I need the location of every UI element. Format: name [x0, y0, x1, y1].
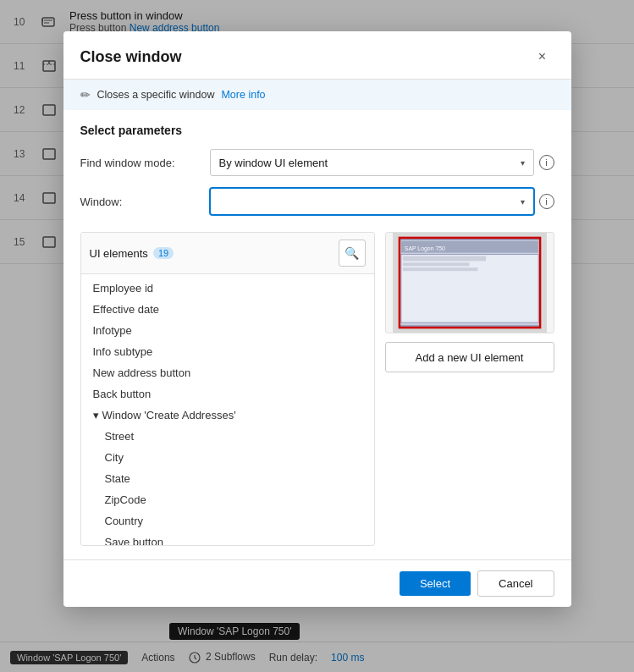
preview-box: SAP Logon 750 — [385, 232, 554, 333]
search-icon: 🔍 — [345, 246, 359, 260]
modal-title: Close window — [80, 48, 182, 66]
find-window-mode-control: By window UI element ▾ i — [210, 149, 554, 176]
right-panel: SAP Logon 750 Add a new UI element — [385, 232, 554, 546]
window-control: ▾ i — [210, 188, 554, 215]
ui-elements-list[interactable]: Employee id Effective date Infotype Info… — [81, 274, 374, 545]
find-window-mode-label: Find window mode: — [80, 157, 203, 169]
find-window-mode-row: Find window mode: By window UI element ▾… — [80, 149, 554, 176]
modal-close-button[interactable]: × — [531, 45, 554, 69]
banner-text: Closes a specific window — [97, 89, 215, 101]
window-label: Window: — [80, 196, 203, 208]
find-window-info-icon[interactable]: i — [539, 155, 554, 170]
chevron-down-icon-2: ▾ — [521, 197, 525, 207]
list-item-save-button[interactable]: Save button — [81, 532, 374, 545]
ui-elements-badge: 19 — [153, 247, 174, 259]
ui-elements-panel: UI elements 19 🔍 Employee id Effective d… — [80, 232, 375, 546]
chevron-down-icon-group: ▾ — [93, 409, 99, 421]
more-info-link[interactable]: More info — [221, 89, 265, 101]
list-item-effective-date[interactable]: Effective date — [81, 299, 374, 320]
select-button[interactable]: Select — [400, 571, 471, 596]
cancel-button[interactable]: Cancel — [477, 570, 554, 597]
list-item-employee-id[interactable]: Employee id — [81, 278, 374, 299]
svg-rect-12 — [402, 262, 469, 266]
preview-image: SAP Logon 750 — [386, 233, 554, 333]
group-label-create-addresses: Window 'Create Addresses' — [102, 409, 236, 421]
add-new-ui-element-button[interactable]: Add a new UI element — [385, 342, 554, 372]
find-window-mode-value: By window UI element — [219, 157, 328, 169]
list-item-street[interactable]: Street — [81, 426, 374, 447]
chevron-down-icon: ▾ — [521, 158, 525, 168]
list-group-create-addresses[interactable]: ▾ Window 'Create Addresses' — [81, 405, 374, 426]
window-select[interactable]: ▾ — [210, 188, 534, 215]
modal-body: Select parameters Find window mode: By w… — [63, 110, 571, 559]
svg-text:SAP Logon 750: SAP Logon 750 — [404, 245, 444, 252]
ui-elements-header: UI elements 19 🔍 — [81, 233, 374, 274]
ui-elements-label-group: UI elements 19 — [90, 247, 174, 260]
ui-elements-label: UI elements — [90, 247, 148, 260]
list-item-city[interactable]: City — [81, 447, 374, 468]
list-item-infotype[interactable]: Infotype — [81, 320, 374, 341]
search-button[interactable]: 🔍 — [339, 240, 366, 267]
find-window-mode-select[interactable]: By window UI element ▾ — [210, 149, 534, 176]
list-item-zipcode[interactable]: ZipCode — [81, 489, 374, 510]
window-info-icon[interactable]: i — [539, 194, 554, 209]
modal-header: Close window × — [63, 31, 571, 80]
modal-overlay: Close window × ✏ Closes a specific windo… — [0, 0, 634, 672]
close-window-modal: Close window × ✏ Closes a specific windo… — [63, 31, 571, 607]
ui-panel-area: UI elements 19 🔍 Employee id Effective d… — [80, 232, 554, 546]
section-title: Select parameters — [80, 124, 554, 137]
svg-rect-13 — [402, 267, 477, 271]
modal-footer: Select Cancel — [63, 559, 571, 607]
list-item-info-subtype[interactable]: Info subtype — [81, 341, 374, 362]
pencil-icon: ✏ — [80, 88, 91, 102]
svg-rect-11 — [402, 256, 485, 262]
window-row: Window: ▾ i — [80, 188, 554, 215]
list-item-back-button[interactable]: Back button — [81, 383, 374, 405]
list-item-state[interactable]: State — [81, 468, 374, 489]
info-banner: ✏ Closes a specific window More info — [63, 80, 571, 110]
list-item-country[interactable]: Country — [81, 510, 374, 532]
list-item-new-address-button[interactable]: New address button — [81, 362, 374, 383]
